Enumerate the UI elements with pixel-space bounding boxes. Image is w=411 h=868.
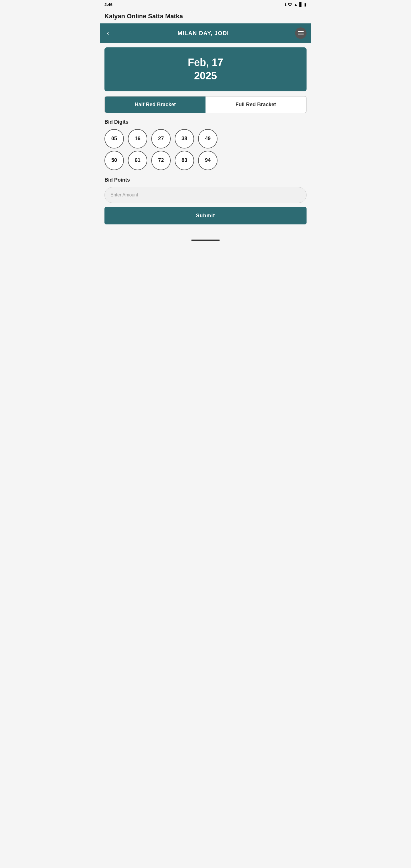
bid-digits-row1: 05 16 27 38 49 [104, 129, 307, 149]
digit-05[interactable]: 05 [104, 129, 124, 149]
full-red-bracket-tab[interactable]: Full Red Bracket [205, 96, 306, 113]
digit-50[interactable]: 50 [104, 151, 124, 170]
app-title-bar: Kalyan Online Satta Matka [100, 9, 311, 23]
date-section: Feb, 17 2025 [104, 48, 307, 91]
content-section: Bid Digits 05 16 27 38 49 50 61 72 83 94… [100, 119, 311, 224]
battery-icon: ▮ [304, 2, 307, 7]
bid-points-label: Bid Points [104, 177, 307, 183]
app-title: Kalyan Online Satta Matka [104, 12, 183, 20]
amount-input[interactable] [104, 187, 307, 203]
home-indicator [191, 240, 220, 241]
back-button[interactable]: ‹ [104, 28, 111, 38]
status-icons: ℹ 🛡 ▲ ▋ ▮ [285, 2, 307, 7]
bracket-tabs-container: Half Red Bracket Full Red Bracket [104, 96, 307, 113]
half-red-bracket-tab[interactable]: Half Red Bracket [105, 96, 205, 113]
hamburger-icon [298, 31, 304, 35]
digit-83[interactable]: 83 [175, 151, 194, 170]
wifi-icon: ▲ [294, 2, 298, 7]
menu-toggle-button[interactable] [295, 27, 307, 39]
digit-61[interactable]: 61 [128, 151, 147, 170]
digit-94[interactable]: 94 [198, 151, 218, 170]
signal-icon: ▋ [299, 2, 303, 7]
bracket-tabs: Half Red Bracket Full Red Bracket [105, 96, 306, 113]
bottom-bar [100, 236, 311, 244]
digit-49[interactable]: 49 [198, 129, 218, 149]
date-line1: Feb, 17 [109, 56, 302, 69]
page-title: MILAN DAY, JODI [111, 30, 295, 36]
digit-16[interactable]: 16 [128, 129, 147, 149]
status-time: 2:46 [104, 2, 113, 7]
digit-38[interactable]: 38 [175, 129, 194, 149]
shield-icon: 🛡 [288, 2, 292, 7]
info-icon: ℹ [285, 2, 286, 7]
bid-digits-label: Bid Digits [104, 119, 307, 125]
digit-72[interactable]: 72 [151, 151, 171, 170]
digit-27[interactable]: 27 [151, 129, 171, 149]
bid-digits-row2: 50 61 72 83 94 [104, 151, 307, 170]
date-line2: 2025 [109, 69, 302, 83]
bid-points-section: Bid Points Submit [104, 177, 307, 224]
status-bar: 2:46 ℹ 🛡 ▲ ▋ ▮ [100, 0, 311, 9]
header-bar: ‹ MILAN DAY, JODI [100, 23, 311, 43]
submit-button[interactable]: Submit [104, 207, 307, 224]
